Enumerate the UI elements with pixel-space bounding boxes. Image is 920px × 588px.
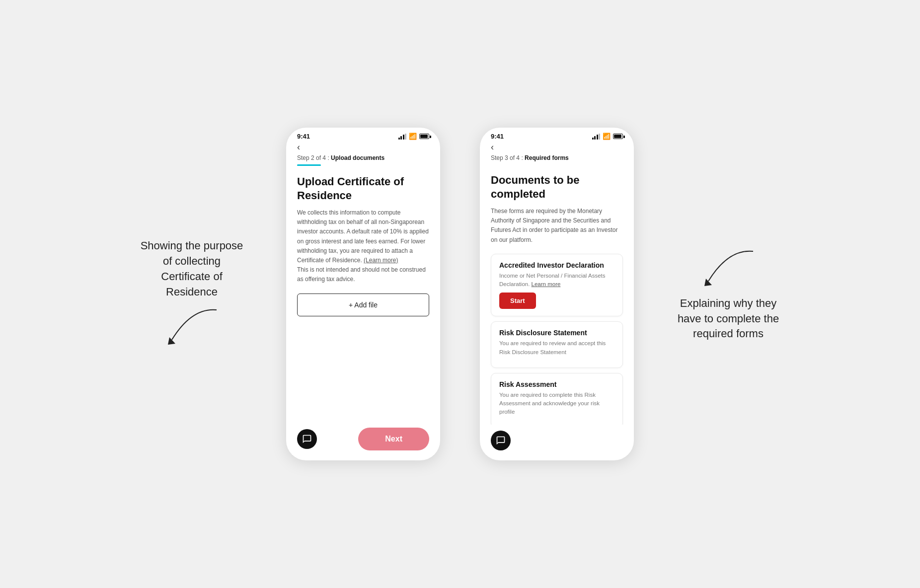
phone-1: 9:41 📶 ‹ Step 2 of 4 : Upload documents … <box>286 128 440 460</box>
left-arrow-icon <box>162 305 222 350</box>
card-title-risk-disclosure: Risk Disclosure Statement <box>499 329 614 337</box>
time-1: 9:41 <box>297 133 310 140</box>
card-desc-accredited: Income or Net Personal / Financial Asset… <box>499 272 614 289</box>
status-bar-2: 9:41 📶 <box>480 128 634 142</box>
right-arrow-icon <box>698 246 758 291</box>
time-2: 9:41 <box>491 133 504 140</box>
right-annotation-wrap: Explaining why they have to complete the… <box>674 246 783 342</box>
phone1-content: ‹ Step 2 of 4 : Upload documents Upload … <box>286 142 440 422</box>
phone1-bottom: Next <box>286 422 440 460</box>
status-bar-1: 9:41 📶 <box>286 128 440 142</box>
scene: Showing the purpose of collecting Certif… <box>0 0 920 588</box>
card-title-risk-assessment: Risk Assessment <box>499 380 614 388</box>
card-risk-disclosure: Risk Disclosure Statement You are requir… <box>491 321 623 368</box>
chat-icon <box>302 434 312 444</box>
chat-button-1[interactable] <box>297 429 317 449</box>
status-icons-2: 📶 <box>592 133 623 140</box>
battery-icon <box>419 134 429 139</box>
chat-icon-2 <box>496 436 506 445</box>
screen-title-2: Documents to be completed <box>491 173 623 201</box>
battery-icon-2 <box>613 134 623 139</box>
learn-more-link-2[interactable]: Learn more <box>532 281 561 287</box>
add-file-button[interactable]: + Add file <box>297 294 429 316</box>
card-risk-assessment: Risk Assessment You are required to comp… <box>491 373 623 425</box>
screen-description-1: We collects this information to compute … <box>297 208 429 285</box>
step-label-2: Step 3 of 4 : Required forms <box>491 154 623 161</box>
signal-icon-2 <box>592 134 601 140</box>
step-label-1: Step 2 of 4 : Upload documents <box>297 154 429 161</box>
phone2-bottom <box>480 425 634 460</box>
card-desc-risk-disclosure: You are required to review and accept th… <box>499 339 614 357</box>
status-icons-1: 📶 <box>398 133 430 140</box>
wifi-icon-2: 📶 <box>603 133 611 140</box>
learn-more-link[interactable]: (Learn more) <box>364 257 398 264</box>
back-button-1[interactable]: ‹ <box>297 142 300 152</box>
start-button[interactable]: Start <box>499 293 536 309</box>
card-desc-risk-assessment: You are required to complete this Risk A… <box>499 391 614 417</box>
svg-marker-0 <box>168 337 175 345</box>
phone2-content: ‹ Step 3 of 4 : Required forms Documents… <box>480 142 634 425</box>
wifi-icon: 📶 <box>409 133 417 140</box>
next-button[interactable]: Next <box>358 428 429 450</box>
back-button-2[interactable]: ‹ <box>491 142 494 152</box>
card-title-accredited: Accredited Investor Declaration <box>499 261 614 269</box>
left-annotation: Showing the purpose of collecting Certif… <box>137 238 246 299</box>
progress-bar-1 <box>297 164 321 166</box>
screen-description-2: These forms are required by the Monetary… <box>491 207 623 245</box>
left-annotation-wrap: Showing the purpose of collecting Certif… <box>137 238 246 349</box>
card-accredited-investor: Accredited Investor Declaration Income o… <box>491 254 623 317</box>
signal-icon <box>398 134 407 140</box>
screen-title-1: Upload Certificate of Residence <box>297 175 429 202</box>
chat-button-2[interactable] <box>491 431 511 450</box>
svg-marker-1 <box>704 279 712 286</box>
right-annotation: Explaining why they have to complete the… <box>674 296 783 342</box>
phone-2: 9:41 📶 ‹ Step 3 of 4 : Required forms Do… <box>480 128 634 460</box>
